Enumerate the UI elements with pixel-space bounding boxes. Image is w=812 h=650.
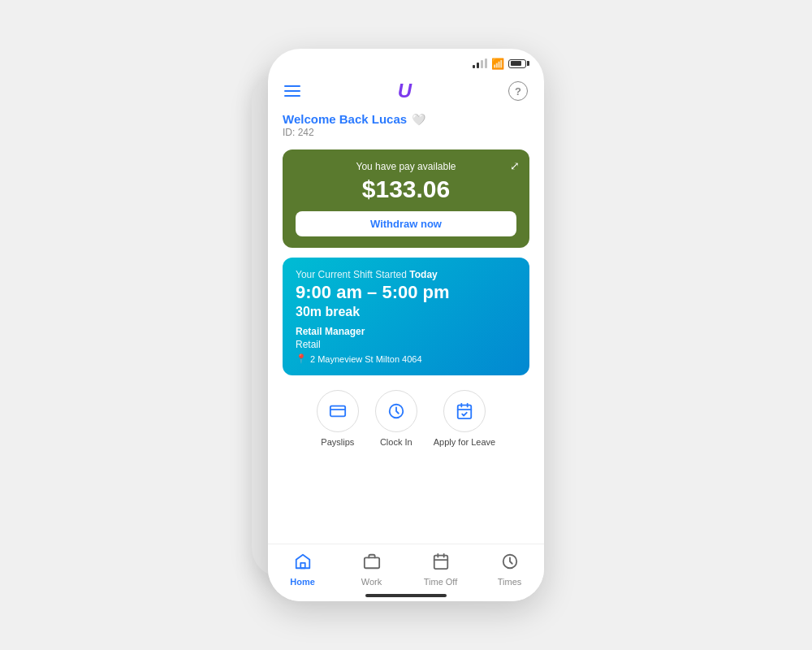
welcome-label: Welcome Back Lucas [283,112,407,126]
welcome-section: Welcome Back Lucas 🤍 ID: 242 [283,112,529,138]
shift-role: Retail Manager [296,326,516,337]
apply-leave-icon [443,390,486,432]
svg-rect-3 [458,405,472,419]
status-bar: 📶 [268,49,544,73]
clock-in-icon [375,390,417,432]
nav-times[interactable]: Times [486,552,534,587]
bottom-nav: Home Work Time Off [268,544,544,601]
payslips-label: Payslips [321,437,354,447]
payslips-button[interactable]: Payslips [317,390,359,447]
home-icon [294,552,312,574]
shift-location: 📍 2 Mayneview St Milton 4064 [296,353,516,364]
location-pin-icon: 📍 [296,353,307,364]
pay-card-title: You have pay available [296,161,516,172]
pay-card: ⤢ You have pay available $133.06 Withdra… [283,150,529,248]
shift-department: Retail [296,339,516,350]
nav-home-label: Home [290,577,315,587]
phone-frame: 📶 U ? Welcome Back Lucas 🤍 ID: 242 [268,49,544,601]
welcome-text: Welcome Back Lucas 🤍 [283,112,529,126]
shift-card: Your Current Shift Started Today 9:00 am… [283,258,529,375]
pay-amount: $133.06 [296,176,516,203]
app-logo: U [398,80,411,102]
heart-icon: 🤍 [412,113,425,126]
times-icon [501,552,519,574]
withdraw-button[interactable]: Withdraw now [296,211,516,236]
nav-timeoff[interactable]: Time Off [417,552,465,587]
work-icon [363,552,381,574]
clock-in-button[interactable]: Clock In [375,390,417,447]
nav-work-label: Work [361,577,382,587]
shift-started-label: Your Current Shift Started Today [296,269,516,280]
hamburger-menu[interactable] [284,85,300,97]
wifi-icon: 📶 [491,58,504,70]
nav-timeoff-label: Time Off [424,577,458,587]
nav-home[interactable]: Home [279,552,327,587]
expand-icon[interactable]: ⤢ [510,159,520,172]
svg-rect-9 [434,556,447,570]
shift-break: 30m break [296,305,516,319]
signal-icon [473,58,487,68]
help-button[interactable]: ? [508,81,528,101]
svg-rect-0 [330,406,345,417]
home-indicator [365,594,447,597]
shift-time: 9:00 am – 5:00 pm [296,282,516,303]
app-header: U ? [268,73,544,112]
battery-icon [508,59,529,68]
clock-in-label: Clock In [380,437,412,447]
apply-leave-button[interactable]: Apply for Leave [434,390,495,447]
logo-area: U [398,80,411,102]
svg-rect-7 [300,563,305,568]
nav-work[interactable]: Work [348,552,396,587]
main-content: Welcome Back Lucas 🤍 ID: 242 ⤢ You have … [268,112,544,463]
apply-leave-label: Apply for Leave [434,437,495,447]
timeoff-icon [432,552,450,574]
user-id: ID: 242 [283,127,529,138]
svg-rect-8 [364,557,378,568]
action-buttons: Payslips Clock In [283,390,529,447]
nav-times-label: Times [498,577,522,587]
payslips-icon [317,390,359,432]
